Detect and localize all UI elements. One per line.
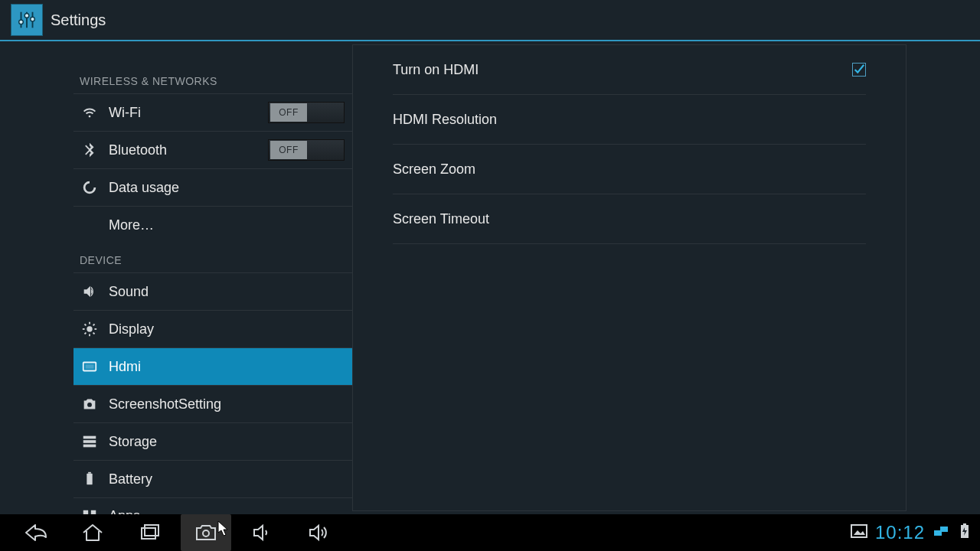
svg-rect-19 [83,440,96,443]
sidebar-item-label: Wi-Fi [109,105,268,121]
svg-line-14 [93,324,95,325]
system-navbar: 10:12 [0,514,980,551]
detail-screen-zoom[interactable]: Screen Zoom [393,145,866,194]
svg-point-29 [203,530,209,536]
bluetooth-toggle[interactable]: OFF [268,139,345,161]
svg-rect-16 [86,364,94,369]
svg-rect-18 [83,436,96,439]
detail-screen-timeout[interactable]: Screen Timeout [393,194,866,244]
data-usage-icon [81,179,98,196]
sidebar-item-hdmi[interactable]: Hdmi [74,347,352,385]
settings-app-icon [11,4,43,36]
sound-icon [81,283,98,300]
camera-icon [81,396,98,412]
svg-marker-31 [854,530,865,535]
svg-rect-27 [142,528,155,539]
action-bar: Settings [0,0,980,41]
status-area[interactable]: 10:12 [851,522,969,543]
svg-point-17 [87,403,92,407]
picture-status-icon [851,524,867,541]
sidebar-item-label: Storage [109,434,345,450]
sidebar-item-sound[interactable]: Sound [74,272,352,310]
sidebar-item-data-usage[interactable]: Data usage [74,168,352,206]
svg-point-6 [87,326,92,331]
sidebar-item-more[interactable]: More… [74,206,352,243]
detail-hdmi-resolution[interactable]: HDMI Resolution [393,95,866,145]
wifi-toggle[interactable]: OFF [268,102,345,123]
detail-pane: Turn on HDMI HDMI Resolution Screen Zoom… [352,41,980,514]
storage-icon [81,433,98,450]
svg-rect-35 [963,523,966,525]
sidebar-item-label: Display [109,321,345,337]
bluetooth-icon [81,142,98,158]
svg-rect-20 [83,445,96,448]
svg-rect-21 [87,474,92,485]
sidebar-item-display[interactable]: Display [74,310,352,347]
sidebar-item-label: Hdmi [109,359,345,375]
sidebar-item-label: Bluetooth [109,142,268,158]
svg-line-13 [84,333,86,334]
sidebar-item-apps[interactable]: Apps [74,497,352,514]
checkbox-turn-on-hdmi[interactable] [852,63,866,77]
detail-item-label: HDMI Resolution [393,112,866,128]
detail-item-label: Screen Zoom [393,161,866,178]
sidebar-item-battery[interactable]: Battery [74,460,352,497]
svg-rect-33 [940,527,948,532]
svg-point-4 [24,14,29,18]
sidebar-item-screenshot-setting[interactable]: ScreenshotSetting [74,385,352,422]
back-button[interactable] [11,514,61,551]
svg-rect-28 [145,525,158,536]
recents-button[interactable] [124,514,175,551]
sidebar: WIRELESS & NETWORKS Wi-Fi OFF Bluetooth [0,41,352,514]
battery-icon [81,471,98,487]
sidebar-item-label: More… [109,217,345,233]
display-icon [81,321,98,337]
toggle-state: OFF [270,141,307,159]
sidebar-item-storage[interactable]: Storage [74,422,352,460]
svg-line-12 [93,333,95,334]
sidebar-item-label: Sound [109,284,345,300]
sidebar-section-wireless-header: WIRELESS & NETWORKS [74,64,352,93]
battery-status-icon [960,523,969,542]
svg-line-11 [84,324,86,325]
detail-item-label: Screen Timeout [393,211,866,227]
main-content: WIRELESS & NETWORKS Wi-Fi OFF Bluetooth [0,41,980,514]
page-title: Settings [51,11,106,29]
detail-turn-on-hdmi[interactable]: Turn on HDMI [393,45,866,95]
hdmi-icon [81,358,98,375]
screenshot-button[interactable] [181,514,231,551]
toggle-state: OFF [270,103,307,122]
detail-panel: Turn on HDMI HDMI Resolution Screen Zoom… [352,44,906,511]
svg-point-5 [31,17,35,21]
svg-rect-22 [88,472,91,474]
status-clock: 10:12 [875,522,925,543]
apps-icon [81,508,98,515]
sidebar-item-bluetooth[interactable]: Bluetooth OFF [74,131,352,168]
network-status-icon [933,524,952,541]
svg-point-3 [19,20,24,24]
volume-up-button[interactable] [294,514,345,551]
volume-down-button[interactable] [237,514,288,551]
sidebar-item-label: ScreenshotSetting [109,396,345,412]
sidebar-item-wifi[interactable]: Wi-Fi OFF [74,93,352,131]
sidebar-item-label: Battery [109,471,345,487]
home-button[interactable] [67,514,118,551]
detail-item-label: Turn on HDMI [393,62,852,78]
sidebar-item-label: Apps [109,508,345,514]
svg-rect-30 [851,525,867,537]
sidebar-section-device-header: DEVICE [74,243,352,272]
wifi-icon [81,104,98,121]
sidebar-item-label: Data usage [109,180,345,196]
